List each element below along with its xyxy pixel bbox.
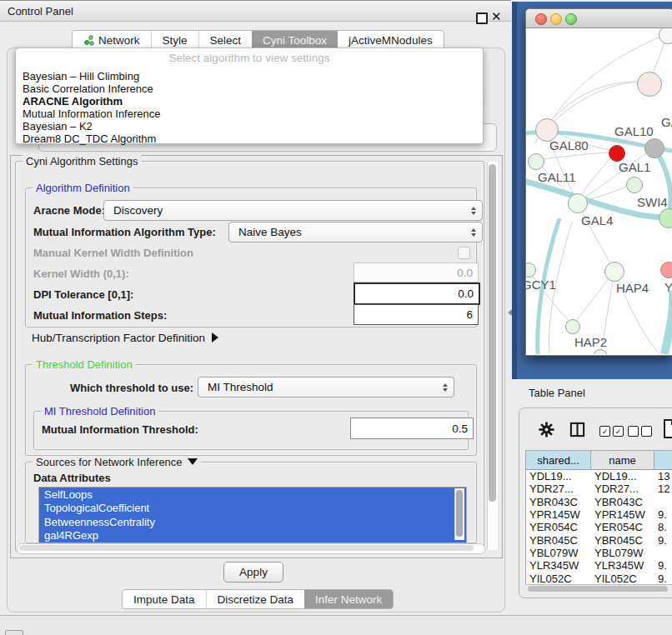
network-node-hap4[interactable] bbox=[604, 262, 624, 282]
checked-box-icon: ✓ bbox=[613, 426, 624, 437]
aracne-mode-label: Aracne Mode: bbox=[33, 204, 105, 217]
aracne-mode-combobox[interactable]: Discovery bbox=[103, 200, 483, 221]
dpi-tolerance-field[interactable]: 0.0 bbox=[354, 282, 480, 305]
network-window-titlebar[interactable] bbox=[526, 9, 672, 28]
tab-discretize-data[interactable]: Discretize Data bbox=[206, 590, 305, 608]
manual-kernel-checkbox[interactable] bbox=[458, 247, 470, 259]
algorithm-option[interactable]: Basic Correlation Inference bbox=[23, 82, 153, 95]
sources-group-title: Sources for Network Inference bbox=[33, 456, 201, 468]
node-table: shared... name YDL19... YDL19... 13 YDR2… bbox=[525, 450, 672, 585]
stepper-icon bbox=[471, 207, 476, 215]
network-node[interactable] bbox=[644, 138, 664, 158]
zoom-traffic-light[interactable] bbox=[565, 13, 577, 25]
mi-algorithm-type-value: Naive Bayes bbox=[238, 226, 302, 238]
column-header-shared-name[interactable]: shared... bbox=[526, 451, 591, 469]
table-header-row: shared... name bbox=[526, 451, 672, 470]
show-columns-button[interactable] bbox=[569, 422, 585, 438]
kernel-width-field[interactable]: 0.0 bbox=[354, 262, 479, 282]
mi-steps-label: Mutual Information Steps: bbox=[33, 309, 167, 322]
table-panel-title: Table Panel bbox=[529, 387, 585, 399]
node-label: HAP4 bbox=[616, 281, 649, 295]
minimize-traffic-light[interactable] bbox=[550, 13, 562, 25]
manual-kernel-label: Manual Kernel Width Definition bbox=[33, 247, 193, 259]
table-row[interactable]: YDL19... YDL19... 13 bbox=[526, 470, 672, 482]
table-row[interactable]: YBR043C YBR043C bbox=[526, 496, 672, 508]
algorithm-option[interactable]: Mutual Information Inference bbox=[23, 108, 160, 120]
algorithm-popup-prompt: Select algorithm to view settings bbox=[16, 52, 483, 64]
network-node-hap2[interactable] bbox=[565, 319, 580, 334]
apply-button[interactable]: Apply bbox=[223, 562, 283, 582]
tab-network-label: Network bbox=[98, 34, 140, 47]
network-node[interactable] bbox=[637, 72, 662, 97]
cyni-algorithm-settings-title: Cyni Algorithm Settings bbox=[23, 155, 141, 168]
list-item[interactable]: BetweennessCentrality bbox=[39, 515, 466, 529]
algorithm-definition-title: Algorithm Definition bbox=[33, 182, 133, 194]
network-node-gal10-selected[interactable] bbox=[609, 145, 625, 162]
hub-definition-expander[interactable]: Hub/Transcription Factor Definition bbox=[32, 332, 218, 344]
dpi-tolerance-label: DPI Tolerance [0,1]: bbox=[33, 288, 133, 301]
close-icon[interactable]: ✕ bbox=[491, 9, 502, 24]
algorithm-option[interactable]: Bayesian – K2 bbox=[23, 120, 93, 132]
network-canvas[interactable]: GAL GAL80 GAL10 GAL11 GAL1 SWI4 GAL4 GCY… bbox=[526, 28, 672, 354]
mi-algorithm-type-label: Mutual Information Algorithm Type: bbox=[33, 226, 216, 238]
table-settings-button[interactable] bbox=[539, 422, 554, 438]
node-label: GAL11 bbox=[538, 170, 576, 184]
algorithm-option[interactable]: Dream8 DC_TDC Algorithm bbox=[23, 132, 156, 145]
data-attributes-list: SelfLoops TopologicalCoefficient Between… bbox=[38, 487, 467, 543]
gear-icon bbox=[539, 422, 554, 438]
table-row[interactable]: YIL052C YIL052C 9. bbox=[526, 572, 672, 584]
mi-threshold-label: Mutual Information Threshold: bbox=[42, 423, 198, 436]
control-panel-title: Control Panel bbox=[8, 5, 73, 18]
algorithm-option-selected[interactable]: ARACNE Algorithm bbox=[23, 95, 123, 108]
table-horizontal-scrollbar[interactable] bbox=[526, 584, 671, 593]
stepper-icon bbox=[443, 383, 448, 392]
columns-icon bbox=[569, 422, 585, 438]
network-node-gal1[interactable] bbox=[626, 177, 643, 193]
mi-steps-field[interactable]: 6 bbox=[354, 304, 479, 325]
node-label: SWI4 bbox=[637, 195, 668, 209]
network-node-gal11[interactable] bbox=[528, 153, 544, 170]
settings-vertical-scrollbar[interactable] bbox=[487, 162, 498, 550]
list-item[interactable]: SelfLoops bbox=[39, 488, 466, 502]
data-attributes-label: Data Attributes bbox=[33, 472, 111, 484]
cyni-actions-tabbar: Impute Data Discretize Data Infer Networ… bbox=[122, 589, 394, 609]
network-icon bbox=[83, 35, 94, 46]
network-node-gal4[interactable] bbox=[568, 193, 588, 213]
threshold-definition-title: Threshold Definition bbox=[33, 358, 136, 371]
column-header-name[interactable]: name bbox=[591, 451, 654, 469]
stepper-icon bbox=[471, 228, 476, 237]
mi-threshold-field[interactable]: 0.5 bbox=[350, 418, 474, 439]
table-row[interactable]: YDR27... YDR27... 12 bbox=[526, 482, 672, 495]
chevron-right-icon bbox=[212, 332, 218, 342]
mi-threshold-group-title: MI Threshold Definition bbox=[41, 405, 158, 418]
status-bar-widget[interactable] bbox=[5, 630, 23, 635]
algorithm-option[interactable]: Bayesian – Hill Climbing bbox=[23, 70, 139, 82]
mi-algorithm-type-combobox[interactable]: Naive Bayes bbox=[228, 222, 483, 242]
algorithm-popup: Select algorithm to view settings Bayesi… bbox=[15, 48, 484, 144]
table-row[interactable]: YER054C YER054C 8. bbox=[526, 521, 672, 533]
table-row[interactable]: YLR345W YLR345W 9. bbox=[526, 559, 672, 572]
select-all-columns-button[interactable]: ✓ ✓ bbox=[599, 426, 624, 437]
table-row[interactable]: YBL079W YBL079W bbox=[526, 547, 672, 559]
document-icon bbox=[663, 419, 672, 438]
chevron-down-icon bbox=[188, 458, 198, 465]
which-threshold-value: MI Threshold bbox=[208, 381, 273, 393]
float-window-icon[interactable] bbox=[476, 12, 488, 24]
table-row[interactable]: YBR045C YBR045C 9. bbox=[526, 534, 672, 547]
settings-horizontal-scrollbar[interactable] bbox=[17, 543, 485, 554]
column-header-partial[interactable] bbox=[654, 451, 672, 469]
export-table-button[interactable] bbox=[663, 419, 672, 438]
network-node[interactable] bbox=[660, 262, 672, 278]
checked-box-icon: ✓ bbox=[599, 426, 610, 437]
deselect-all-columns-button[interactable] bbox=[628, 426, 652, 437]
tab-impute-data[interactable]: Impute Data bbox=[123, 590, 206, 608]
control-panel-titlebar: Control Panel bbox=[0, 0, 511, 22]
table-row[interactable]: YPR145W YPR145W 9. bbox=[526, 508, 672, 521]
list-scrollbar[interactable] bbox=[454, 488, 464, 540]
network-window[interactable]: GAL GAL80 GAL10 GAL11 GAL1 SWI4 GAL4 GCY… bbox=[525, 8, 672, 356]
close-traffic-light[interactable] bbox=[535, 13, 547, 25]
list-item[interactable]: TopologicalCoefficient bbox=[39, 502, 466, 516]
tab-infer-network[interactable]: Infer Network bbox=[304, 590, 393, 608]
which-threshold-combobox[interactable]: MI Threshold bbox=[198, 377, 454, 398]
list-item[interactable]: gal4RGexp bbox=[39, 529, 466, 543]
